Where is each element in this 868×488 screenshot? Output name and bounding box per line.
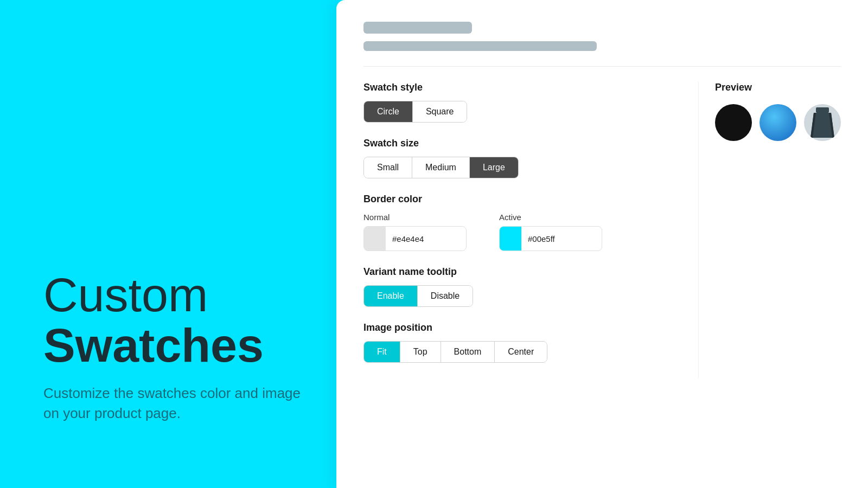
image-position-group: Fit Top Bottom Center [363,341,547,363]
swatch-style-square[interactable]: Square [413,101,467,122]
color-row: Normal Active [363,213,698,251]
swatch-size-label: Swatch size [363,138,698,149]
divider-top [363,66,841,67]
active-color-input-wrap [499,226,602,251]
preview-swatch-black [715,104,752,141]
preview-swatch-image [804,104,841,141]
normal-color-swatch [364,227,386,251]
skeleton-bar-long [363,41,597,51]
border-color-section: Border color Normal Active [363,194,698,251]
right-panel: Swatch style Circle Square Swatch size S… [336,0,868,488]
preview-swatch-blue [760,104,796,141]
title-bold: Swatches [43,320,304,370]
settings-area: Swatch style Circle Square Swatch size S… [363,82,698,378]
image-position-bottom[interactable]: Bottom [441,342,495,362]
swatch-style-circle[interactable]: Circle [364,101,413,122]
swatch-style-section: Swatch style Circle Square [363,82,698,123]
variant-tooltip-enable[interactable]: Enable [364,286,418,306]
active-label: Active [499,213,602,222]
swatch-size-small[interactable]: Small [364,157,412,178]
variant-tooltip-section: Variant name tooltip Enable Disable [363,266,698,307]
normal-color-input-wrap [363,226,467,251]
active-color-input[interactable] [521,229,602,249]
swatch-size-section: Swatch size Small Medium Large [363,138,698,178]
active-color-swatch [500,227,521,251]
normal-color-group: Normal [363,213,467,251]
subtitle: Customize the swatches color and image o… [43,383,304,423]
border-color-label: Border color [363,194,698,205]
swatch-size-medium[interactable]: Medium [412,157,470,178]
card-inner: Swatch style Circle Square Swatch size S… [363,82,841,378]
image-position-center[interactable]: Center [495,342,547,362]
swatch-size-group: Small Medium Large [363,157,519,178]
normal-label: Normal [363,213,467,222]
image-position-section: Image position Fit Top Bottom Center [363,322,698,363]
swatch-size-large[interactable]: Large [470,157,518,178]
preview-area: Preview [698,82,841,378]
settings-card: Swatch style Circle Square Swatch size S… [336,0,868,488]
skeleton-bar-short [363,22,472,34]
skirt-svg [808,106,837,139]
active-color-group: Active [499,213,602,251]
image-position-label: Image position [363,322,698,333]
title-light: Custom [43,270,304,320]
image-position-fit[interactable]: Fit [364,342,400,362]
variant-tooltip-label: Variant name tooltip [363,266,698,278]
preview-label: Preview [715,82,841,93]
swatch-style-group: Circle Square [363,101,467,123]
svg-rect-0 [816,107,829,113]
normal-color-input[interactable] [386,229,467,249]
variant-tooltip-group: Enable Disable [363,285,473,307]
left-panel: Custom Swatches Customize the swatches c… [0,0,336,488]
variant-tooltip-disable[interactable]: Disable [418,286,473,306]
image-position-top[interactable]: Top [400,342,441,362]
preview-swatches [715,104,841,141]
swatch-style-label: Swatch style [363,82,698,93]
